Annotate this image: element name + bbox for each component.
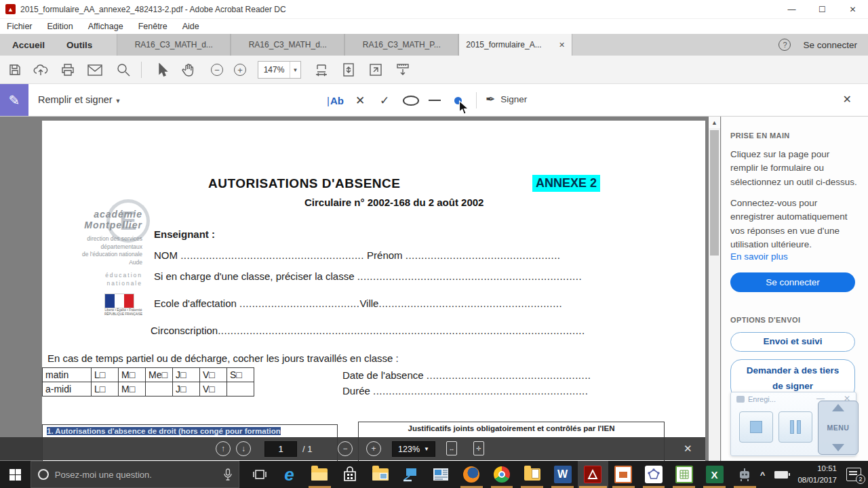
- task-view-icon[interactable]: [245, 461, 274, 488]
- action-center-icon[interactable]: 2: [846, 468, 861, 481]
- signer-button[interactable]: ✒ Signer: [486, 92, 527, 106]
- france-flag-emblem: Liberté • Égalité • FraternitéRÉPUBLIQUE…: [104, 293, 142, 317]
- signin-link-top[interactable]: Se connecter: [803, 40, 857, 50]
- taskbar-geogebra[interactable]: [639, 461, 669, 488]
- taskbar-word[interactable]: W: [547, 461, 578, 488]
- recorder-pause-button[interactable]: [778, 411, 812, 443]
- cross-tool[interactable]: ✕: [355, 92, 365, 108]
- fit-full-page-icon[interactable]: ✛: [473, 441, 484, 455]
- tab-accueil[interactable]: Accueil: [1, 34, 56, 56]
- previous-page-icon[interactable]: ↑: [216, 441, 231, 456]
- desktop: { "window": { "title": "2015_formulaire_…: [0, 0, 868, 488]
- recorder-stop-button[interactable]: [739, 411, 773, 443]
- recorder-menu-button[interactable]: MENU: [818, 401, 859, 455]
- email-icon[interactable]: [85, 60, 104, 79]
- options-envoi-heading: OPTIONS D'ENVOI: [730, 316, 800, 324]
- tray-chevron-icon[interactable]: ^: [760, 470, 766, 480]
- page-zoom-in-icon[interactable]: +: [366, 441, 381, 456]
- taskbar-connect[interactable]: [395, 461, 426, 488]
- scroll-up-icon[interactable]: ▲: [709, 117, 720, 128]
- fill-sign-label[interactable]: Remplir et signer▼: [38, 94, 121, 105]
- menubar: Fichier Edition Affichage Fenêtre Aide: [0, 19, 868, 34]
- battery-icon[interactable]: [774, 471, 788, 479]
- taskbar-store[interactable]: [335, 461, 366, 488]
- en-savoir-plus-link[interactable]: En savoir plus: [730, 251, 788, 262]
- duree-line: Durée ..................................…: [342, 385, 634, 396]
- menu-edition[interactable]: Edition: [47, 22, 73, 31]
- check-tool[interactable]: ✓: [380, 92, 389, 108]
- taskbar-acrobat[interactable]: [578, 461, 608, 488]
- hand-tool-icon[interactable]: [179, 60, 198, 79]
- page-number-input[interactable]: 1: [264, 441, 297, 457]
- cortana-search-input[interactable]: Posez-moi une question.: [31, 461, 239, 488]
- cortana-icon: [38, 469, 49, 480]
- taskbar-firefox[interactable]: [456, 461, 487, 488]
- close-button[interactable]: ✕: [837, 0, 868, 19]
- print-icon[interactable]: [58, 60, 77, 79]
- fit-width-page-icon[interactable]: ↔: [446, 441, 457, 455]
- search-icon[interactable]: [114, 60, 133, 79]
- menu-aide[interactable]: Aide: [182, 22, 199, 31]
- select-cursor-icon[interactable]: [153, 60, 172, 79]
- fill-sign-icon[interactable]: ✎: [0, 84, 28, 116]
- fullscreen-icon[interactable]: [366, 60, 385, 79]
- tab-close-icon[interactable]: ✕: [559, 41, 565, 49]
- menu-affichage[interactable]: Affichage: [88, 22, 123, 31]
- scrollbar-thumb[interactable]: [710, 130, 719, 256]
- pagebar-close-icon[interactable]: ✕: [684, 443, 692, 455]
- classe-line: Si en charge d'une classe, préciser la c…: [154, 270, 595, 282]
- fit-page-icon[interactable]: [339, 60, 358, 79]
- measure-icon[interactable]: [393, 60, 412, 79]
- form-title: AUTORISATIONS D'ABSENCE: [208, 176, 400, 191]
- doc-tab-2[interactable]: RA16_C3_MATH_d...: [231, 34, 344, 56]
- taskbar-impress[interactable]: [608, 461, 639, 488]
- fit-width-icon[interactable]: [312, 60, 331, 79]
- academy-logo: académieMontpellier direction des servic…: [56, 209, 142, 318]
- menu-up-icon: [832, 404, 844, 411]
- zoom-out-icon[interactable]: −: [208, 60, 226, 79]
- next-page-icon[interactable]: ↓: [236, 441, 251, 456]
- taskbar-calc[interactable]: [669, 461, 699, 488]
- enseignant-label: Enseignant :: [154, 228, 215, 240]
- window-titlebar: ▲ 2015_formulaire_AA_annexe2_482413-2.pd…: [0, 0, 868, 19]
- se-connecter-button[interactable]: Se connecter: [730, 272, 855, 292]
- prise-en-main-heading: PRISE EN MAIN: [730, 131, 790, 140]
- recorder-app-icon: [736, 396, 745, 403]
- add-text-tool[interactable]: |Ab: [327, 92, 344, 108]
- ellipse-tool[interactable]: [403, 92, 419, 108]
- maximize-button[interactable]: ☐: [807, 0, 837, 19]
- page-zoom-out-icon[interactable]: −: [338, 441, 353, 456]
- zoom-caret-icon: ▼: [424, 446, 429, 452]
- start-button[interactable]: [0, 461, 31, 488]
- cloud-upload-icon[interactable]: [31, 60, 50, 79]
- taskbar-excel[interactable]: X: [699, 461, 730, 488]
- document-scrollbar[interactable]: ▲: [709, 117, 720, 461]
- window-title: 2015_formulaire_AA_annexe2_482413-2.pdf …: [20, 5, 286, 14]
- zoom-level-select[interactable]: 147% ▼: [258, 61, 301, 79]
- envoi-et-suivi-button[interactable]: Envoi et suivi: [730, 332, 855, 352]
- help-icon[interactable]: ?: [778, 39, 791, 51]
- page-zoom-select[interactable]: 123%▼: [392, 441, 435, 457]
- menu-fichier[interactable]: Fichier: [7, 22, 33, 31]
- recorder-window[interactable]: Enregi... — ✕ MENU: [730, 392, 856, 456]
- doc-tab-active[interactable]: 2015_formulaire_A... ✕: [458, 34, 572, 56]
- taskbar-documents-folder[interactable]: [517, 461, 547, 488]
- taskbar-robot-app[interactable]: [730, 461, 760, 488]
- taskbar-clock[interactable]: 10:51 08/01/2017: [797, 463, 837, 485]
- save-icon[interactable]: [5, 60, 24, 79]
- zoom-in-icon[interactable]: +: [231, 60, 250, 79]
- taskbar-photos[interactable]: [365, 461, 395, 488]
- taskbar-edge[interactable]: e: [274, 461, 304, 488]
- line-tool[interactable]: [429, 92, 441, 108]
- nom-line: NOM ....................................…: [154, 249, 561, 261]
- menu-fenetre[interactable]: Fenêtre: [138, 22, 167, 31]
- tab-outils[interactable]: Outils: [56, 34, 103, 56]
- taskbar-app-tile[interactable]: [426, 461, 456, 488]
- taskbar-chrome[interactable]: [487, 461, 517, 488]
- doc-tab-3[interactable]: RA16_C3_MATH_P...: [344, 34, 458, 56]
- minimize-button[interactable]: —: [776, 0, 807, 19]
- doc-tab-1[interactable]: RA16_C3_MATH_d...: [117, 34, 231, 56]
- pdf-page[interactable]: AUTORISATIONS D'ABSENCE ANNEXE 2 Circula…: [42, 121, 705, 461]
- fill-sign-close-icon[interactable]: ✕: [843, 93, 852, 106]
- taskbar-file-explorer[interactable]: [304, 461, 335, 488]
